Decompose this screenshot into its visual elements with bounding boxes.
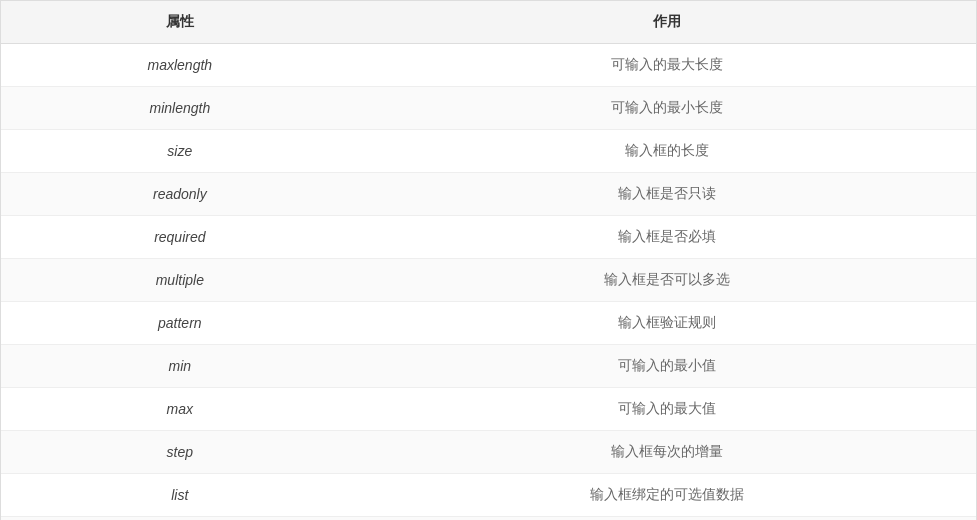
attr-cell: multiple	[1, 259, 359, 302]
attr-cell: max	[1, 388, 359, 431]
table-row: required输入框是否必填	[1, 216, 976, 259]
attr-cell: placeholder	[1, 517, 359, 521]
table-row: pattern输入框验证规则	[1, 302, 976, 345]
attr-cell: step	[1, 431, 359, 474]
table-row: size输入框的长度	[1, 130, 976, 173]
table-row: multiple输入框是否可以多选	[1, 259, 976, 302]
attr-cell: size	[1, 130, 359, 173]
desc-cell: 输入框绑定的可选值数据	[359, 474, 976, 517]
table-row: placeholder输入框预选文字	[1, 517, 976, 521]
attr-cell: required	[1, 216, 359, 259]
attr-cell: minlength	[1, 87, 359, 130]
desc-cell: 输入框验证规则	[359, 302, 976, 345]
desc-cell: 输入框是否只读	[359, 173, 976, 216]
table-row: minlength可输入的最小长度	[1, 87, 976, 130]
header-desc: 作用	[359, 1, 976, 44]
table-row: list输入框绑定的可选值数据	[1, 474, 976, 517]
attributes-table: 属性 作用 maxlength可输入的最大长度minlength可输入的最小长度…	[1, 1, 976, 520]
desc-cell: 输入框的长度	[359, 130, 976, 173]
table-header: 属性 作用	[1, 1, 976, 44]
header-attr: 属性	[1, 1, 359, 44]
attr-cell: min	[1, 345, 359, 388]
desc-cell: 输入框是否必填	[359, 216, 976, 259]
table-body: maxlength可输入的最大长度minlength可输入的最小长度size输入…	[1, 44, 976, 521]
table-row: min可输入的最小值	[1, 345, 976, 388]
attr-cell: readonly	[1, 173, 359, 216]
desc-cell: 可输入的最大长度	[359, 44, 976, 87]
header-row: 属性 作用	[1, 1, 976, 44]
desc-cell: 输入框是否可以多选	[359, 259, 976, 302]
desc-cell: 输入框预选文字	[359, 517, 976, 521]
desc-cell: 可输入的最小长度	[359, 87, 976, 130]
desc-cell: 输入框每次的增量	[359, 431, 976, 474]
attr-cell: maxlength	[1, 44, 359, 87]
table-row: max可输入的最大值	[1, 388, 976, 431]
attributes-table-container: 属性 作用 maxlength可输入的最大长度minlength可输入的最小长度…	[0, 0, 977, 520]
table-row: maxlength可输入的最大长度	[1, 44, 976, 87]
table-row: step输入框每次的增量	[1, 431, 976, 474]
desc-cell: 可输入的最小值	[359, 345, 976, 388]
attr-cell: pattern	[1, 302, 359, 345]
desc-cell: 可输入的最大值	[359, 388, 976, 431]
attr-cell: list	[1, 474, 359, 517]
table-row: readonly输入框是否只读	[1, 173, 976, 216]
